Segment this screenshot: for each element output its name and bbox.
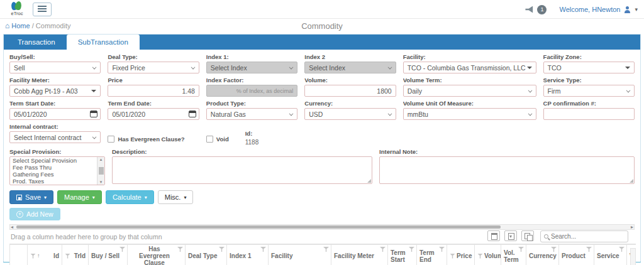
welcome-user-link[interactable]: Welcome, HNewton <box>559 6 620 13</box>
group-panel-hint: Drag a column header here to group by th… <box>11 233 162 241</box>
filter-icon[interactable] <box>30 254 36 259</box>
filter-icon[interactable] <box>450 254 455 259</box>
filter-icon[interactable] <box>219 247 225 252</box>
filter-icon[interactable] <box>119 247 125 252</box>
header-deal-type[interactable]: Deal Type <box>186 245 227 265</box>
buy-sell-label: Buy/Sell: <box>9 53 101 60</box>
header-index1[interactable]: Index 1 <box>227 245 269 265</box>
header-term-start[interactable]: Term Start <box>388 245 417 265</box>
has-evergreen-checkbox[interactable] <box>108 136 114 143</box>
scrollbar-thumb[interactable] <box>16 225 501 229</box>
header-term-end[interactable]: Term End <box>417 245 447 265</box>
tab-transaction[interactable]: Transaction <box>6 35 67 50</box>
search-input[interactable] <box>551 233 625 240</box>
volume-input[interactable]: 1800 <box>304 85 396 97</box>
header-buy-sell[interactable]: Buy / Sell <box>89 245 128 265</box>
volume-term-select[interactable]: Daily <box>403 85 536 97</box>
special-provision-option[interactable]: Prod. Taxes <box>10 178 96 185</box>
id-label: Id: <box>245 130 253 137</box>
header-price[interactable]: Price <box>447 245 475 265</box>
facility-meter-label: Facility Meter: <box>9 77 101 84</box>
facility-zone-combobox[interactable]: TCO <box>543 62 635 73</box>
filter-icon[interactable] <box>586 247 592 252</box>
filter-icon[interactable] <box>439 247 445 252</box>
special-provision-option[interactable]: Gathering Fees <box>10 171 96 178</box>
header-volume[interactable]: Volume <box>475 245 501 265</box>
grid-top-scrollbar[interactable]: ◂ ▸ <box>9 224 635 230</box>
buy-sell-select[interactable]: Sell <box>9 62 101 73</box>
scroll-up-icon[interactable]: ▴ <box>100 157 103 162</box>
calendar-icon[interactable] <box>90 111 97 117</box>
filter-icon[interactable] <box>65 254 70 259</box>
internal-contract-select[interactable]: Select Internal contract <box>9 131 101 143</box>
price-input[interactable]: 1.48 <box>108 85 199 97</box>
grid-search-box[interactable] <box>540 230 628 242</box>
volume-label: Volume: <box>304 77 396 84</box>
header-product[interactable]: Product <box>559 245 594 265</box>
service-type-select[interactable]: Firm <box>543 85 635 97</box>
facility-combobox[interactable]: TCO - Columbia Gas Transmission, LLC <box>403 62 536 73</box>
export-selected-icon[interactable] <box>504 230 517 241</box>
field-service-type: Service Type: Firm <box>543 75 635 97</box>
filter-icon[interactable] <box>518 247 524 252</box>
chevron-down-icon <box>387 65 392 70</box>
menu-toggle-button[interactable] <box>33 3 52 16</box>
filter-icon[interactable] <box>323 247 329 252</box>
scroll-left-icon[interactable]: ◂ <box>11 224 13 230</box>
filter-icon[interactable] <box>260 247 266 252</box>
misc-button[interactable]: Misc. ▾ <box>158 190 194 204</box>
tab-bar: Transaction SubTransaction <box>4 35 640 50</box>
tab-subtransaction[interactable]: SubTransaction <box>67 35 140 50</box>
special-provision-option[interactable]: Fee Pass Thru <box>10 164 96 171</box>
user-menu-caret-icon[interactable]: ▾ <box>635 6 638 13</box>
header-facility[interactable]: Facility <box>269 245 331 265</box>
product-type-select[interactable]: Natural Gas <box>206 108 297 120</box>
header-service[interactable]: Service <box>594 245 627 265</box>
internal-note-textarea[interactable] <box>379 156 635 184</box>
grid-vertical-scrollbar[interactable] <box>630 248 636 265</box>
filter-icon[interactable] <box>177 247 183 252</box>
special-provision-option[interactable]: Select Special Provision <box>10 157 96 164</box>
header-vol-term[interactable]: Vol. Term <box>501 245 526 265</box>
listbox-scrollbar[interactable]: ▴ ▾ <box>97 157 104 185</box>
add-new-button[interactable]: + Add New <box>9 208 60 220</box>
manage-button[interactable]: Manage ▾ <box>57 190 102 204</box>
filter-icon[interactable] <box>380 247 386 252</box>
caret-down-icon: ▾ <box>92 195 95 200</box>
deal-type-label: Deal Type: <box>108 53 199 60</box>
currency-select[interactable]: USD <box>304 108 396 120</box>
term-end-input[interactable]: 05/01/2020 <box>108 108 199 120</box>
calculate-button[interactable]: Calculate ▾ <box>106 190 154 204</box>
term-start-label: Term Start Date: <box>9 100 101 107</box>
void-checkbox[interactable] <box>206 136 213 143</box>
scroll-down-icon[interactable]: ▾ <box>100 180 103 185</box>
facility-meter-combobox[interactable]: Cobb Agg Pt-19 - A03 <box>9 85 101 97</box>
deal-type-select[interactable]: Fixed Price <box>108 62 199 73</box>
header-facility-meter[interactable]: Facility Meter <box>331 245 388 265</box>
description-textarea[interactable] <box>112 156 372 184</box>
notification-badge[interactable]: 1 <box>537 5 547 14</box>
filter-icon[interactable] <box>619 247 625 252</box>
export-excel-icon[interactable] <box>487 230 500 241</box>
header-id[interactable]: ↑Id <box>28 245 62 265</box>
filter-icon[interactable] <box>551 247 557 252</box>
filter-icon[interactable] <box>409 247 414 252</box>
volume-uom-select[interactable]: mmBtu <box>403 108 536 120</box>
filter-icon[interactable] <box>477 254 483 259</box>
etroc-logo[interactable]: eTroc <box>6 1 28 16</box>
cp-confirmation-input[interactable] <box>543 108 635 120</box>
save-button[interactable]: Save ▾ <box>9 190 53 204</box>
currency-label: Currency: <box>304 100 396 107</box>
field-internal-contract: Internal contract: Select Internal contr… <box>9 122 101 146</box>
calendar-icon[interactable] <box>189 111 196 117</box>
header-trid[interactable]: TrId <box>62 245 89 265</box>
header-currency[interactable]: Currency <box>526 245 559 265</box>
special-provision-listbox[interactable]: Select Special Provision Fee Pass Thru G… <box>9 156 105 185</box>
scroll-right-icon[interactable]: ▸ <box>631 224 633 230</box>
header-evergreen[interactable]: Has Evergreen Clause <box>128 245 186 265</box>
column-chooser-icon[interactable] <box>521 230 534 241</box>
announcements-icon[interactable] <box>525 6 533 13</box>
scrollbar-thumb[interactable] <box>99 167 104 175</box>
term-start-input[interactable]: 05/01/2020 <box>9 108 101 120</box>
field-description: Description: <box>112 147 372 185</box>
